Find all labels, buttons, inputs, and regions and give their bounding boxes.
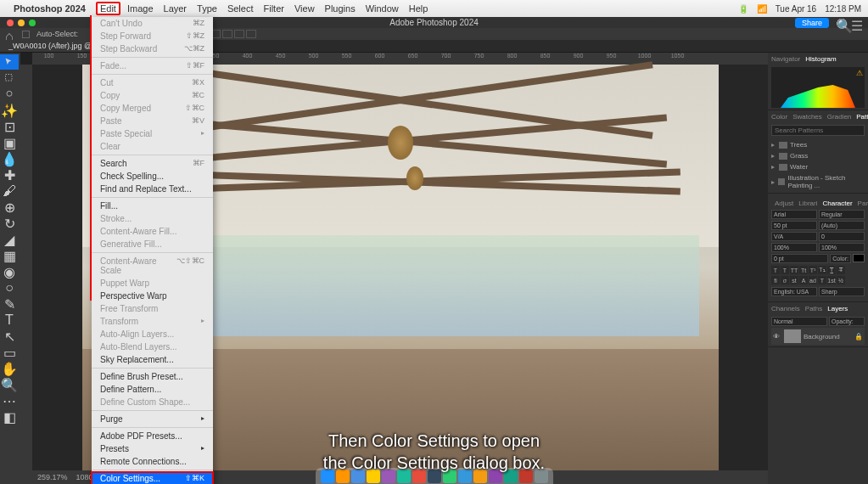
visibility-icon[interactable]: 👁	[773, 333, 781, 340]
gradient-tool[interactable]: ▦	[0, 248, 19, 263]
kerning-select[interactable]: V/A	[771, 232, 817, 241]
autoselect-checkbox[interactable]	[22, 31, 30, 38]
bold-button[interactable]: T	[771, 266, 780, 274]
layer-name[interactable]: Background	[804, 333, 840, 340]
leading-select[interactable]: (Auto)	[819, 221, 865, 230]
underline-button[interactable]: T̲	[827, 266, 836, 274]
stamp-tool[interactable]: ⊕	[0, 200, 19, 215]
super-button[interactable]: T¹	[809, 266, 817, 274]
path-tool[interactable]: ↖	[0, 329, 19, 344]
lock-icon[interactable]: 🔒	[854, 333, 863, 340]
sub-button[interactable]: T₁	[818, 266, 826, 274]
menu-item-color-settings[interactable]: Color Settings...⇧⌘K	[92, 472, 213, 484]
menu-item-search[interactable]: Search⌘F	[92, 157, 213, 170]
eyedropper-tool[interactable]: 💧	[0, 151, 19, 166]
menu-filter[interactable]: Filter	[263, 3, 283, 14]
weight-select[interactable]: Regular	[819, 210, 865, 219]
heal-tool[interactable]: ✚	[0, 167, 19, 183]
tab-adjust[interactable]: Adjust	[775, 200, 793, 207]
hscale-input[interactable]: 100%	[819, 243, 865, 252]
menu-help[interactable]: Help	[409, 3, 428, 14]
tab-color[interactable]: Color	[771, 113, 787, 121]
menu-image[interactable]: Image	[127, 3, 154, 14]
menu-edit[interactable]: Edit	[96, 2, 120, 15]
menu-item-sky-replacement[interactable]: Sky Replacement...	[92, 353, 213, 366]
caps-button[interactable]: TT	[790, 266, 798, 274]
menu-window[interactable]: Window	[366, 3, 399, 14]
tab-channels[interactable]: Channels	[771, 305, 800, 312]
vscale-input[interactable]: 100%	[771, 243, 817, 252]
workspace-icon[interactable]: ☰	[851, 18, 861, 28]
home-icon[interactable]: ⌂	[5, 29, 15, 39]
menu-item-find-and-replace-text[interactable]: Find and Replace Text...	[92, 183, 213, 195]
zoom-level[interactable]: 259.17%	[37, 473, 68, 481]
tab-paragraph[interactable]: Paragr	[858, 200, 868, 207]
tab-paths[interactable]: Paths	[805, 305, 822, 312]
smallcaps-button[interactable]: Tt	[799, 266, 808, 274]
dodge-tool[interactable]: ○	[0, 280, 19, 295]
share-button[interactable]: Share	[795, 18, 829, 28]
wand-tool[interactable]: ✨	[0, 103, 19, 118]
zoom-tool[interactable]: 🔍	[0, 377, 19, 392]
search-patterns-input[interactable]	[771, 125, 865, 136]
font-select[interactable]: Arial	[771, 210, 817, 219]
app-name[interactable]: Photoshop 2024	[14, 3, 86, 14]
brush-tool[interactable]: 🖌	[0, 183, 19, 199]
blur-tool[interactable]: ◉	[0, 264, 19, 279]
search-icon[interactable]: 🔍	[836, 18, 846, 28]
lang-select[interactable]: English: USA	[771, 287, 817, 296]
tracking-select[interactable]: 0	[819, 232, 865, 241]
minimize-icon[interactable]	[18, 20, 25, 26]
tab-layers[interactable]: Layers	[827, 305, 848, 312]
move-tool[interactable]	[0, 54, 19, 70]
menu-item-purge[interactable]: Purge	[92, 413, 213, 425]
menu-item-perspective-warp[interactable]: Perspective Warp	[92, 290, 213, 302]
menu-item-define-brush-preset[interactable]: Define Brush Preset...	[92, 370, 213, 383]
tab-character[interactable]: Character	[822, 200, 852, 207]
color-swap[interactable]: ◧	[0, 409, 19, 425]
menu-type[interactable]: Type	[197, 3, 217, 14]
marquee-tool[interactable]	[0, 70, 19, 86]
size-select[interactable]: 50 pt	[771, 221, 817, 230]
crop-tool[interactable]: ⊡	[0, 119, 19, 134]
menu-item-define-pattern[interactable]: Define Pattern...	[92, 383, 213, 396]
italic-button[interactable]: T	[781, 266, 789, 274]
blend-mode[interactable]: Normal	[771, 317, 827, 326]
menu-layer[interactable]: Layer	[164, 3, 188, 14]
tab-libraries[interactable]: Librari	[798, 200, 817, 207]
menu-item-presets[interactable]: Presets	[92, 442, 213, 455]
frame-tool[interactable]: ▣	[0, 135, 19, 150]
menu-item-check-spelling[interactable]: Check Spelling...	[92, 170, 213, 183]
aa-select[interactable]: Sharp	[819, 287, 865, 296]
close-icon[interactable]	[7, 20, 14, 26]
menu-item-copy: Copy⌘C	[92, 89, 213, 102]
menu-item-fill[interactable]: Fill...	[92, 200, 213, 212]
tab-swatches[interactable]: Swatches	[792, 113, 822, 121]
layer-thumb	[784, 329, 801, 343]
warning-icon[interactable]: ⚠	[856, 69, 863, 77]
more-tools[interactable]: ⋯	[0, 393, 19, 408]
history-brush-tool[interactable]: ↻	[0, 216, 19, 231]
baseline-input[interactable]: 0 pt	[771, 254, 828, 263]
tab-histogram[interactable]: Histogram	[805, 55, 836, 63]
shape-tool[interactable]: ▭	[0, 345, 19, 360]
menu-view[interactable]: View	[294, 3, 315, 14]
menu-select[interactable]: Select	[227, 3, 254, 14]
eraser-tool[interactable]: ◢	[0, 232, 19, 247]
layer-row[interactable]: 👁 Background 🔒	[771, 328, 865, 345]
tab-gradients[interactable]: Gradien	[827, 113, 851, 121]
strike-button[interactable]: T̶	[837, 266, 845, 274]
traffic-lights[interactable]	[7, 20, 36, 26]
lasso-tool[interactable]	[0, 87, 19, 102]
pen-tool[interactable]: ✎	[0, 296, 19, 312]
text-color-swatch[interactable]	[853, 254, 865, 262]
tab-patterns[interactable]: Patterns	[856, 113, 868, 121]
tab-navigator[interactable]: Navigator	[771, 55, 800, 63]
menu-item-auto-blend-layers: Auto-Blend Layers...	[92, 340, 213, 353]
hand-tool[interactable]: ✋	[0, 361, 19, 376]
menu-item-adobe-pdf-presets[interactable]: Adobe PDF Presets...	[92, 430, 213, 442]
type-tool[interactable]: T	[0, 312, 19, 328]
maximize-icon[interactable]	[29, 20, 36, 26]
menu-plugins[interactable]: Plugins	[325, 3, 356, 14]
menu-item-remote-connections[interactable]: Remote Connections...	[92, 455, 213, 468]
